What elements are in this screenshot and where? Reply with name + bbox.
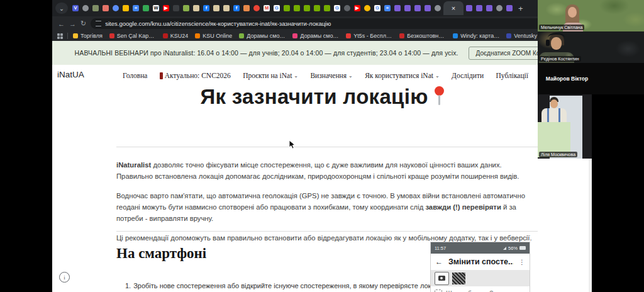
tab-favicon bbox=[364, 5, 370, 11]
browser-tab[interactable] bbox=[91, 1, 101, 15]
browser-tab[interactable] bbox=[484, 1, 494, 15]
participant-video-4[interactable]: Ліля Москвичова bbox=[538, 94, 592, 159]
browser-tab[interactable]: V bbox=[70, 1, 80, 15]
bookmark-item[interactable]: Торгівля bbox=[73, 33, 103, 39]
browser-tab[interactable] bbox=[464, 1, 474, 15]
tab-favicon bbox=[223, 5, 230, 11]
species-prompt-row[interactable]: ? Що ви бачите? bbox=[431, 286, 530, 292]
browser-tab[interactable] bbox=[292, 1, 302, 15]
nav-item[interactable]: Актуально: CNC2026 bbox=[160, 72, 231, 79]
new-tab-icon[interactable]: + bbox=[518, 4, 523, 13]
bookmark-favicon bbox=[346, 33, 351, 38]
bookmark-label: Безкоштовний онл... bbox=[407, 33, 446, 39]
nav-item-label: Дослідити bbox=[452, 72, 484, 79]
browser-tab[interactable]: G bbox=[332, 1, 342, 15]
browser-tab[interactable] bbox=[362, 1, 372, 15]
browser-tab[interactable]: G bbox=[372, 1, 382, 15]
browser-tab[interactable]: G bbox=[272, 1, 282, 15]
address-bar[interactable]: sites.google.com/knu.ua/citizenscience/я… bbox=[91, 18, 551, 29]
bookmark-label: Windy: карта ветра... bbox=[460, 33, 499, 39]
close-icon[interactable]: × bbox=[452, 5, 455, 11]
tab-favicon bbox=[324, 5, 330, 11]
bookmark-item[interactable]: Дорамы смотреть... bbox=[239, 33, 286, 39]
bookmark-label: Торгівля bbox=[80, 33, 103, 39]
browser-tab[interactable]: f bbox=[231, 1, 242, 15]
active-tab[interactable]: × bbox=[443, 1, 464, 15]
browser-tab[interactable] bbox=[171, 1, 181, 15]
site-brand[interactable]: iNatUA bbox=[57, 70, 84, 79]
bookmark-item[interactable]: Дорамы смотреть... bbox=[292, 33, 339, 39]
browser-tab[interactable] bbox=[402, 1, 413, 15]
browser-tab[interactable]: ▶ bbox=[161, 1, 171, 15]
url-text[interactable]: sites.google.com/knu.ua/citizenscience/я… bbox=[105, 20, 536, 27]
browser-tab[interactable]: W bbox=[151, 1, 161, 15]
bookmark-favicon bbox=[73, 33, 78, 38]
browser-tab[interactable] bbox=[80, 1, 91, 15]
camera-button[interactable] bbox=[435, 272, 449, 285]
tab-favicon bbox=[435, 5, 441, 11]
participant-name: Ліля Москвичова bbox=[539, 152, 577, 157]
tab-favicon bbox=[253, 5, 260, 11]
caret-down-icon: ⌄ bbox=[348, 73, 353, 79]
browser-tab[interactable]: f bbox=[201, 1, 211, 15]
bookmark-favicon bbox=[399, 33, 404, 38]
browser-tab[interactable] bbox=[413, 1, 423, 15]
browser-tab[interactable] bbox=[242, 1, 252, 15]
bookmark-item[interactable]: Безкоштовний онл... bbox=[399, 33, 446, 39]
bookmark-label: Дорамы смотреть... bbox=[300, 33, 339, 39]
webinar-banner: НАВЧАЛЬНІ ВЕБІНАРИ про iNaturalist: 16.0… bbox=[52, 41, 592, 65]
photo-thumbnail[interactable] bbox=[452, 272, 465, 284]
browser-tab[interactable] bbox=[191, 1, 201, 15]
back-icon[interactable]: ← bbox=[58, 20, 65, 28]
browser-tab[interactable] bbox=[252, 1, 262, 15]
browser-tab[interactable] bbox=[221, 1, 231, 15]
participant-name: Майоров Віктор bbox=[538, 76, 596, 82]
chevron-down-icon[interactable]: ⌄ bbox=[55, 3, 68, 14]
bookmark-item[interactable]: KSU24 bbox=[163, 33, 189, 39]
nav-item[interactable]: Визначення ⌄ bbox=[310, 72, 352, 79]
divider bbox=[67, 33, 68, 39]
browser-tab[interactable] bbox=[474, 1, 484, 15]
browser-tab[interactable] bbox=[302, 1, 312, 15]
browser-tab[interactable]: ≡ bbox=[131, 1, 141, 15]
site-info-icon[interactable] bbox=[96, 21, 101, 26]
participant-video-3[interactable]: Майоров Віктор bbox=[538, 63, 644, 94]
nav-item[interactable]: Публікації bbox=[496, 72, 528, 79]
browser-tab[interactable] bbox=[121, 1, 131, 15]
browser-tab[interactable] bbox=[111, 1, 121, 15]
reload-icon[interactable]: ↻ bbox=[80, 20, 86, 28]
browser-tab[interactable] bbox=[342, 1, 352, 15]
browser-tab[interactable]: M bbox=[262, 1, 272, 15]
bookmark-item[interactable]: KSU Online bbox=[195, 33, 232, 39]
nav-item[interactable]: Дослідити bbox=[452, 72, 484, 79]
bookmark-item[interactable]: Yt5s - Бесплатный... bbox=[346, 33, 392, 39]
browser-tab[interactable] bbox=[494, 1, 504, 15]
browser-tab[interactable] bbox=[392, 1, 402, 15]
nav-item[interactable]: Проєкти на iNat ⌄ bbox=[243, 72, 298, 79]
browser-tab[interactable] bbox=[322, 1, 332, 15]
browser-tab[interactable] bbox=[211, 1, 221, 15]
overflow-menu-icon[interactable]: ⋮ bbox=[519, 259, 525, 266]
forward-icon[interactable]: → bbox=[69, 20, 76, 28]
browser-tab[interactable] bbox=[504, 1, 514, 15]
browser-tab[interactable] bbox=[282, 1, 292, 15]
tab-favicon bbox=[304, 5, 310, 11]
browser-tab[interactable] bbox=[312, 1, 322, 15]
browser-tab[interactable]: ▶ bbox=[352, 1, 362, 15]
back-arrow-icon[interactable]: ← bbox=[435, 257, 443, 266]
browser-tab[interactable] bbox=[433, 1, 443, 15]
nav-item[interactable]: Головна bbox=[123, 72, 147, 79]
bookmark-item[interactable]: Sen Çal Kapımı Dizis... bbox=[109, 33, 156, 39]
browser-tab[interactable]: ≡ bbox=[382, 1, 392, 15]
bookmark-favicon bbox=[109, 33, 114, 38]
nav-item[interactable]: Як користуватися iNat ⌄ bbox=[365, 72, 440, 79]
bookmark-item[interactable]: Windy: карта ветра... bbox=[453, 33, 499, 39]
browser-tab[interactable] bbox=[423, 1, 433, 15]
browser-tab[interactable] bbox=[101, 1, 111, 15]
participant-video-2[interactable]: Рєдінов Костянтин bbox=[538, 31, 644, 63]
apps-grid-icon[interactable] bbox=[57, 33, 63, 39]
browser-tab[interactable] bbox=[141, 1, 151, 15]
browser-tab[interactable] bbox=[181, 1, 191, 15]
participant-video-1[interactable]: Мельничук Світлана bbox=[538, 0, 644, 31]
info-icon[interactable]: i bbox=[59, 272, 70, 283]
